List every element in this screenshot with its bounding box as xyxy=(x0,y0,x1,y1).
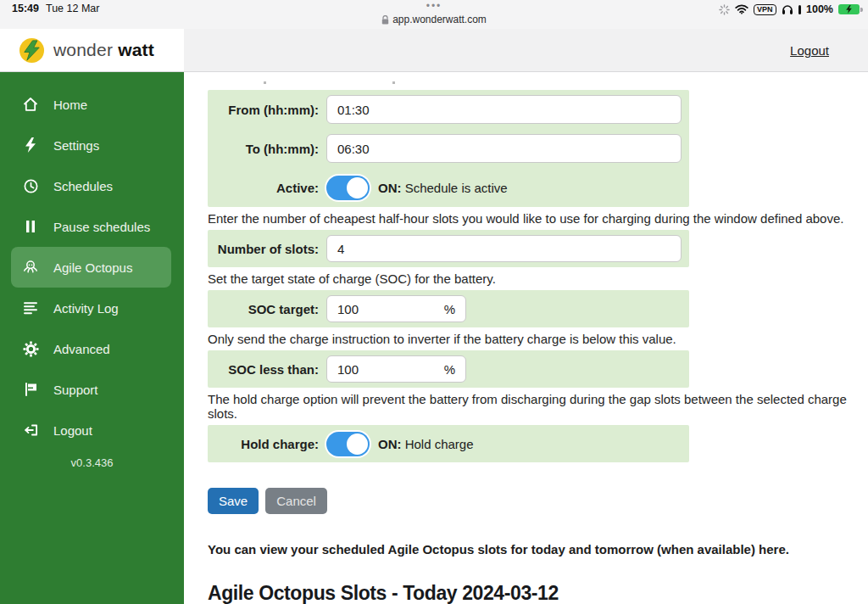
sidebar-item-support[interactable]: Support xyxy=(0,369,184,410)
save-button[interactable]: Save xyxy=(208,488,259,514)
hold-state-text: ON: Hold charge xyxy=(378,437,474,451)
active-toggle[interactable] xyxy=(326,176,370,200)
headphones-icon xyxy=(782,4,793,15)
pause-icon xyxy=(22,218,39,235)
sidebar-item-activity-log[interactable]: Activity Log xyxy=(0,288,184,328)
sidebar-item-label: Support xyxy=(53,383,98,397)
sidebar-item-logout[interactable]: Logout xyxy=(0,410,184,450)
battery-percent: 100% xyxy=(806,3,833,15)
wonderwatt-logo-icon xyxy=(19,37,45,64)
slots-help-text: Enter the number of cheapest half-hour s… xyxy=(208,211,860,226)
to-label: To (hh:mm): xyxy=(215,142,319,156)
active-row: Active: ON: Schedule is active xyxy=(208,168,689,207)
sidebar-nav: Home Settings Schedules Pause schedules xyxy=(0,72,184,604)
brand-logo[interactable]: wonder watt xyxy=(0,29,184,71)
clock-icon xyxy=(22,177,39,194)
sidebar-item-label: Agile Octopus xyxy=(53,260,132,275)
to-row: To (hh:mm): xyxy=(208,129,689,168)
from-input[interactable] xyxy=(326,95,682,124)
main-content: From (hh:mm): To (hh:mm): Active: ON: Sc… xyxy=(184,72,868,604)
list-icon xyxy=(22,299,39,316)
soc-target-row: SOC target: % xyxy=(208,290,689,327)
from-label: From (hh:mm): xyxy=(215,103,319,117)
headphones-battery-icon xyxy=(798,5,802,14)
soc-less-help-text: Only send the charge instruction to inve… xyxy=(208,332,860,346)
app-header: wonder watt Logout xyxy=(0,29,868,72)
spinner-icon xyxy=(719,4,730,15)
sidebar-item-home[interactable]: Home xyxy=(0,84,184,125)
sidebar-item-agile-octopus[interactable]: Agile Octopus xyxy=(11,247,171,288)
active-label: Active: xyxy=(215,181,319,195)
cancel-button[interactable]: Cancel xyxy=(265,488,327,514)
battery-icon xyxy=(838,4,860,14)
soc-less-label: SOC less than: xyxy=(215,362,319,377)
slots-note-text: You can view your scheduled Agile Octopu… xyxy=(208,542,868,556)
vpn-badge: VPN xyxy=(754,4,776,15)
sidebar-item-label: Activity Log xyxy=(53,301,119,316)
flag-icon xyxy=(22,381,39,398)
brand-name: wonder watt xyxy=(53,40,154,60)
soc-target-field: % xyxy=(326,295,466,322)
bolt-icon xyxy=(22,137,39,154)
form-actions: Save Cancel xyxy=(208,488,868,514)
hold-charge-row: Hold charge: ON: Hold charge xyxy=(208,425,689,462)
sidebar-item-advanced[interactable]: Advanced xyxy=(0,328,184,369)
sidebar-item-label: Home xyxy=(53,98,87,112)
soc-less-field: % xyxy=(326,355,466,383)
soc-target-input[interactable] xyxy=(337,302,422,316)
app-version: v0.3.436 xyxy=(0,456,184,469)
soc-target-label: SOC target: xyxy=(215,302,319,316)
hold-charge-label: Hold charge: xyxy=(215,437,319,451)
hold-charge-panel: Hold charge: ON: Hold charge xyxy=(208,425,689,462)
slots-row: Number of slots: xyxy=(208,230,689,267)
sidebar-item-schedules[interactable]: Schedules xyxy=(0,165,184,206)
address-bar[interactable]: app.wonderwatt.com xyxy=(0,14,868,25)
octopus-icon xyxy=(22,259,39,276)
page-title: Agile Octopus Slots - Today 2024-03-12 xyxy=(208,582,868,604)
hold-charge-help-text: The hold charge option will prevent the … xyxy=(208,392,860,421)
toggle-knob xyxy=(347,177,368,199)
number-of-slots-panel: Number of slots: xyxy=(208,230,689,267)
from-row: From (hh:mm): xyxy=(208,90,689,129)
sidebar-item-label: Schedules xyxy=(53,179,113,193)
soc-target-help-text: Set the target state of charge (SOC) for… xyxy=(208,271,860,286)
lock-icon xyxy=(381,15,389,25)
exit-icon xyxy=(22,422,39,439)
url-text: app.wonderwatt.com xyxy=(392,14,487,25)
active-state-text: ON: Schedule is active xyxy=(378,181,508,195)
hold-charge-toggle[interactable] xyxy=(326,432,370,456)
slots-label: Number of slots: xyxy=(215,242,319,256)
soc-target-panel: SOC target: % xyxy=(208,290,689,327)
sidebar-item-settings[interactable]: Settings xyxy=(0,125,184,165)
sidebar-item-label: Settings xyxy=(53,138,99,153)
slots-input[interactable] xyxy=(326,235,682,262)
percent-unit: % xyxy=(444,302,455,316)
soc-less-input[interactable] xyxy=(337,362,422,377)
percent-unit: % xyxy=(444,362,455,377)
clipped-scrolled-text xyxy=(208,78,868,85)
soc-less-row: SOC less than: % xyxy=(208,350,689,388)
sidebar-item-label: Advanced xyxy=(53,342,110,356)
to-input[interactable] xyxy=(326,134,682,163)
sidebar-item-label: Pause schedules xyxy=(53,220,150,234)
gear-icon xyxy=(22,340,39,357)
sidebar-item-label: Logout xyxy=(53,423,92,438)
status-icons: VPN 100% xyxy=(719,3,860,15)
header-actions: Logout xyxy=(184,29,868,71)
soc-less-panel: SOC less than: % xyxy=(208,350,689,388)
status-bar: 15:49Tue 12 Mar ••• app.wonderwatt.com V… xyxy=(0,0,868,29)
toggle-knob xyxy=(347,433,368,455)
wifi-icon xyxy=(735,4,748,14)
home-icon xyxy=(22,96,39,113)
logout-link[interactable]: Logout xyxy=(790,43,829,58)
sidebar-item-pause-schedules[interactable]: Pause schedules xyxy=(0,206,184,247)
schedule-window-panel: From (hh:mm): To (hh:mm): Active: ON: Sc… xyxy=(208,90,689,207)
